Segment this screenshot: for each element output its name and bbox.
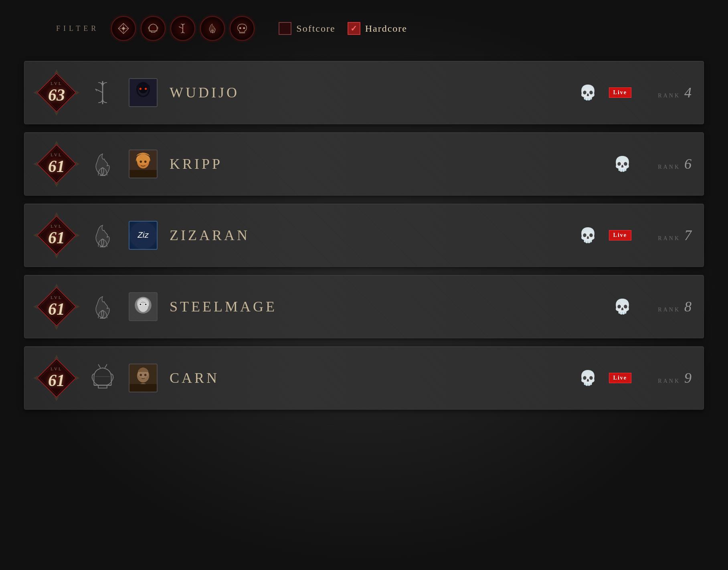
barbarian-class-icon-carn bbox=[88, 364, 117, 392]
table-row[interactable]: LVL 61 Ziz Zizaran 💀 bbox=[24, 204, 704, 267]
level-badge-steelmage: LVL 61 bbox=[32, 283, 81, 331]
avatar-image-wudijo bbox=[129, 78, 157, 107]
class-icon-zizaran bbox=[85, 217, 121, 253]
level-number-steelmage: 61 bbox=[48, 300, 65, 318]
hardcore-label: Hardcore bbox=[365, 23, 407, 34]
rank-number-wudijo: 4 bbox=[684, 84, 692, 101]
avatar-carn bbox=[129, 364, 158, 392]
level-badge-kripp: LVL 61 bbox=[32, 140, 81, 188]
class-icon-wudijo bbox=[85, 75, 121, 111]
rank-label: Rank bbox=[658, 164, 680, 170]
softcore-toggle[interactable]: Softcore bbox=[279, 22, 335, 35]
avatar-image-steelmage bbox=[129, 292, 157, 321]
level-badge-carn: LVL 61 bbox=[32, 354, 81, 402]
svg-point-79 bbox=[144, 374, 147, 376]
class-icon-steelmage bbox=[85, 289, 121, 325]
druid-icon bbox=[206, 22, 219, 35]
filter-bar: Filter bbox=[24, 16, 704, 41]
rank-number-steelmage: 8 bbox=[684, 298, 692, 315]
rank-number-zizaran: 7 bbox=[684, 227, 692, 244]
rank-number-kripp: 6 bbox=[684, 156, 692, 172]
svg-text:Ziz: Ziz bbox=[137, 230, 149, 239]
svg-point-65 bbox=[140, 303, 142, 305]
player-name-kripp: Kripp bbox=[170, 156, 613, 172]
player-name-wudijo: Wudijo bbox=[170, 84, 579, 101]
skull-icon-carn: 💀 bbox=[579, 370, 597, 386]
svg-point-78 bbox=[140, 374, 142, 376]
rogue-icon bbox=[176, 22, 189, 35]
sorceress-icon bbox=[117, 22, 130, 35]
skull-icon-zizaran: 💀 bbox=[579, 227, 597, 244]
player-name-steelmage: SteelMage bbox=[170, 298, 613, 315]
level-badge-wudijo: LVL 63 bbox=[32, 69, 81, 117]
svg-point-3 bbox=[122, 27, 125, 30]
level-number-kripp: 61 bbox=[48, 157, 65, 176]
avatar-image-carn bbox=[129, 364, 157, 392]
svg-point-41 bbox=[144, 161, 147, 163]
softcore-checkbox[interactable] bbox=[279, 22, 291, 35]
class-filter-icons bbox=[111, 16, 255, 41]
hardcore-checkbox[interactable] bbox=[348, 22, 360, 35]
svg-rect-80 bbox=[129, 384, 157, 392]
player-name-carn: Carn bbox=[170, 370, 579, 386]
filter-druid-button[interactable] bbox=[200, 16, 225, 41]
softcore-label: Softcore bbox=[296, 23, 335, 34]
skull-icon-kripp: 💀 bbox=[613, 156, 631, 172]
svg-point-39 bbox=[136, 154, 150, 164]
rank-label: Rank bbox=[658, 235, 680, 242]
barbarian-icon bbox=[147, 22, 160, 35]
avatar-wudijo bbox=[129, 78, 158, 107]
rank-label: Rank bbox=[658, 93, 680, 99]
lvl-text: LVL bbox=[48, 366, 65, 371]
avatar-image-zizaran: Ziz bbox=[129, 221, 157, 250]
skull-icon-wudijo: 💀 bbox=[579, 84, 597, 101]
live-badge-carn: Live bbox=[609, 373, 631, 383]
lvl-text: LVL bbox=[48, 81, 65, 86]
necromancer-icon bbox=[236, 22, 249, 35]
filter-rogue-button[interactable] bbox=[170, 16, 195, 41]
level-badge-zizaran: LVL 61 bbox=[32, 211, 81, 259]
filter-sorceress-button[interactable] bbox=[111, 16, 136, 41]
lvl-text: LVL bbox=[48, 224, 65, 228]
rank-section-steelmage: Rank 8 bbox=[643, 298, 692, 315]
level-number-carn: 61 bbox=[48, 371, 65, 390]
skull-icon-steelmage: 💀 bbox=[613, 298, 631, 315]
live-badge-zizaran: Live bbox=[609, 230, 631, 241]
lvl-text: LVL bbox=[48, 295, 65, 300]
level-number-zizaran: 61 bbox=[48, 228, 65, 247]
table-row[interactable]: LVL 61 bbox=[24, 132, 704, 196]
avatar-image-kripp bbox=[129, 150, 157, 178]
svg-point-66 bbox=[145, 303, 147, 305]
rank-section-kripp: Rank 6 bbox=[643, 156, 692, 172]
level-number-wudijo: 63 bbox=[48, 86, 65, 104]
avatar-zizaran: Ziz bbox=[129, 221, 158, 250]
svg-point-40 bbox=[140, 161, 142, 163]
mode-toggles: Softcore Hardcore bbox=[279, 22, 407, 35]
rogue-class-icon bbox=[88, 78, 117, 107]
hardcore-toggle[interactable]: Hardcore bbox=[348, 22, 407, 35]
svg-point-7 bbox=[239, 27, 241, 29]
table-row[interactable]: LVL 61 bbox=[24, 346, 704, 410]
filter-barbarian-button[interactable] bbox=[141, 16, 166, 41]
filter-label: Filter bbox=[56, 24, 99, 33]
filter-necromancer-button[interactable] bbox=[230, 16, 255, 41]
svg-rect-42 bbox=[129, 170, 157, 178]
avatar-steelmage bbox=[129, 292, 158, 321]
rank-label: Rank bbox=[658, 307, 680, 313]
leaderboard: LVL 63 bbox=[24, 61, 704, 410]
rank-section-zizaran: Rank 7 bbox=[643, 227, 692, 244]
druid-class-icon-steelmage bbox=[88, 292, 117, 321]
rank-label: Rank bbox=[658, 378, 680, 384]
live-badge-wudijo: Live bbox=[609, 87, 631, 98]
class-icon-carn bbox=[85, 360, 121, 396]
svg-point-8 bbox=[243, 27, 245, 29]
rank-section-carn: Rank 9 bbox=[643, 370, 692, 386]
rank-section-wudijo: Rank 4 bbox=[643, 84, 692, 101]
table-row[interactable]: LVL 61 bbox=[24, 275, 704, 338]
svg-point-29 bbox=[145, 88, 146, 89]
druid-class-icon-zizaran bbox=[88, 221, 117, 250]
rank-number-carn: 9 bbox=[684, 370, 692, 386]
table-row[interactable]: LVL 63 bbox=[24, 61, 704, 124]
lvl-text: LVL bbox=[48, 152, 65, 157]
svg-point-28 bbox=[140, 88, 141, 89]
